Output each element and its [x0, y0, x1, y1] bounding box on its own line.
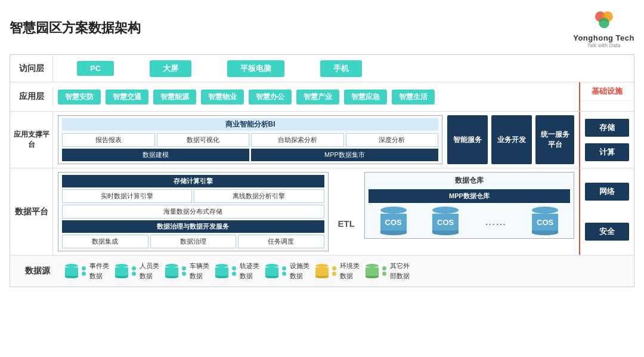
- cos-bottom-2: [432, 230, 459, 235]
- ds-track-cyl-bottom: [215, 276, 228, 278]
- ds-facility: 设施类 数据: [265, 261, 309, 281]
- bi-block: 商业智能分析BI 报告报表 数据可视化 自助探索分析 深度分析 数据建模 MPP…: [58, 115, 442, 164]
- infra-panel: 基础设施: [579, 82, 634, 111]
- infra-security: 安全: [585, 223, 629, 241]
- ds-vehicle: 车辆类 数据: [165, 261, 209, 281]
- ds-env-dots: [332, 266, 336, 276]
- unified-service: 统一服务 平台: [535, 115, 574, 164]
- infra-compute: 计算: [585, 143, 629, 161]
- mass-storage: 海量数据分布式存储: [62, 205, 324, 218]
- ds-event-cyl-body: [65, 267, 78, 276]
- bi-visual: 数据可视化: [157, 133, 250, 147]
- data-platform-label: 数据平台: [10, 168, 53, 255]
- ds-event-cylinder: [65, 264, 78, 278]
- support-layer-row: 应用支撑平台 商业智能分析BI 报告报表 数据可视化 自助探索分析 深度分析 数…: [10, 112, 579, 168]
- data-platform-row: 数据平台 存储计算引擎 实时数据计算引擎 离线数据分析引擎 海量数据分布式存储 …: [10, 168, 579, 255]
- ds-event-text: 事件类 数据: [89, 261, 109, 281]
- ds-other: 其它外 部数据: [366, 261, 410, 281]
- cos-bottom-1: [380, 230, 407, 235]
- infra-network-security: 网络 安全: [579, 168, 634, 255]
- support-layer-content: 商业智能分析BI 报告报表 数据可视化 自助探索分析 深度分析 数据建模 MPP…: [53, 112, 579, 168]
- engine-title: 存储计算引擎: [62, 175, 324, 187]
- page-title: 智慧园区方案数据架构: [10, 19, 141, 37]
- dp-bottom-grid: 数据集成 数据治理 任务调度: [62, 235, 324, 248]
- infra-title: 基础设施: [580, 82, 634, 101]
- engine-rt-offline: 实时数据计算引擎 离线数据分析引擎: [62, 189, 324, 203]
- ds-event: 事件类 数据: [65, 261, 109, 281]
- ds-facility-text: 设施类 数据: [290, 261, 309, 281]
- ds-other-cylinder: [366, 264, 379, 278]
- bi-reports: 报告报表: [62, 133, 155, 147]
- task-schedule: 任务调度: [238, 235, 324, 248]
- data-platform-section: 数据平台 存储计算引擎 实时数据计算引擎 离线数据分析引擎 海量数据分布式存储 …: [10, 168, 634, 256]
- access-tablet: 平板电脑: [227, 60, 284, 77]
- bi-title: 商业智能分析BI: [62, 118, 438, 131]
- ds-track: 轨迹类 数据: [215, 261, 259, 281]
- app-property: 智慧物业: [201, 90, 244, 104]
- infra-storage: 存储: [585, 119, 629, 137]
- logo-area: Yonghong Tech Talk with Data: [573, 7, 634, 48]
- datasource-label: 数据源: [16, 266, 59, 276]
- infra-storage-compute: 存储 计算: [579, 112, 634, 168]
- logo-icon: [591, 7, 617, 33]
- data-platform-content: 存储计算引擎 实时数据计算引擎 离线数据分析引擎 海量数据分布式存储 数据治理与…: [53, 168, 579, 255]
- app-industry: 智慧产业: [296, 90, 339, 104]
- svg-point-2: [599, 18, 609, 29]
- access-bigscreen: 大屏: [150, 60, 191, 77]
- app-infra-section: 应用层 智慧安防 智慧交通 智慧能源 智慧物业 智慧办公 智慧产业 智慧应急 智…: [10, 82, 634, 112]
- support-layer-label: 应用支撑平台: [10, 112, 53, 168]
- ds-other-cyl-body: [366, 267, 379, 276]
- ds-facility-dots: [282, 266, 286, 276]
- cos-body-1: COS: [380, 214, 407, 230]
- engine-block: 存储计算引擎 实时数据计算引擎 离线数据分析引擎 海量数据分布式存储 数据治理与…: [58, 172, 329, 251]
- ds-person: 人员类 数据: [115, 261, 159, 281]
- app-traffic: 智慧交通: [106, 90, 148, 104]
- bi-mpp: MPP数据集市: [251, 149, 438, 161]
- ds-event-cyl-bottom: [65, 276, 78, 278]
- dw-title: 数据仓库: [369, 176, 570, 186]
- bi-explore: 自助探索分析: [251, 133, 344, 147]
- app-life: 智慧生活: [392, 90, 435, 104]
- ds-other-text: 其它外 部数据: [390, 261, 410, 281]
- app-layer-content: 智慧安防 智慧交通 智慧能源 智慧物业 智慧办公 智慧产业 智慧应急 智慧生活: [53, 86, 579, 108]
- ds-person-text: 人员类 数据: [140, 261, 159, 281]
- ds-facility-cylinder: [265, 264, 278, 278]
- ds-vehicle-cyl-body: [165, 267, 178, 276]
- bi-grid-top: 报告报表 数据可视化 自助探索分析 深度分析: [62, 133, 438, 147]
- ds-track-dots: [232, 266, 236, 276]
- page-container: 智慧园区方案数据架构 Yonghong Tech Talk with Data …: [0, 0, 644, 293]
- dw-block: 数据仓库 MPP数据仓库 COS: [364, 172, 574, 239]
- ds-vehicle-cylinder: [165, 264, 178, 278]
- ds-person-dots: [132, 266, 136, 276]
- ds-env-cyl-body: [315, 267, 329, 276]
- support-services: 智能服务 业务开发 统一服务 平台: [447, 115, 574, 164]
- ds-env-text: 环境类 数据: [340, 261, 360, 281]
- biz-dev: 业务开发: [491, 115, 532, 164]
- app-office: 智慧办公: [249, 90, 292, 104]
- governance-service: 数据治理与数据开发服务: [62, 220, 324, 233]
- ds-person-cylinder: [115, 264, 128, 278]
- datasource-row: 数据源 事件类 数据: [10, 256, 634, 287]
- logo-brand: Yonghong Tech: [573, 33, 634, 42]
- cos-row: COS COS ……: [369, 207, 570, 235]
- ds-track-text: 轨迹类 数据: [240, 261, 259, 281]
- realtime-engine: 实时数据计算引擎: [62, 189, 192, 203]
- ds-vehicle-cyl-bottom: [165, 276, 178, 278]
- ds-env: 环境类 数据: [315, 261, 360, 281]
- cos-cylinder-2: COS: [432, 207, 459, 235]
- access-layer-row: 访问层 PC 大屏 平板电脑 手机: [10, 55, 634, 82]
- ds-person-cyl-bottom: [115, 276, 128, 278]
- app-layer-row: 应用层 智慧安防 智慧交通 智慧能源 智慧物业 智慧办公 智慧产业 智慧应急 智…: [10, 82, 579, 111]
- support-infra-section: 应用支撑平台 商业智能分析BI 报告报表 数据可视化 自助探索分析 深度分析 数…: [10, 112, 634, 168]
- ds-track-cyl-body: [215, 267, 228, 276]
- offline-engine: 离线数据分析引擎: [194, 189, 324, 203]
- app-security: 智慧安防: [58, 90, 101, 104]
- access-phone: 手机: [320, 60, 362, 77]
- etl-block: ETL: [335, 172, 358, 251]
- bi-model: 数据建模: [62, 149, 249, 161]
- mpp-box: MPP数据仓库: [369, 189, 570, 203]
- ds-person-cyl-body: [115, 267, 128, 276]
- app-energy: 智慧能源: [153, 90, 196, 104]
- intelligent-service: 智能服务: [447, 115, 488, 164]
- arch-diagram: 访问层 PC 大屏 平板电脑 手机 应用层 智慧安防 智慧交通 智慧能源 智慧物…: [10, 54, 634, 287]
